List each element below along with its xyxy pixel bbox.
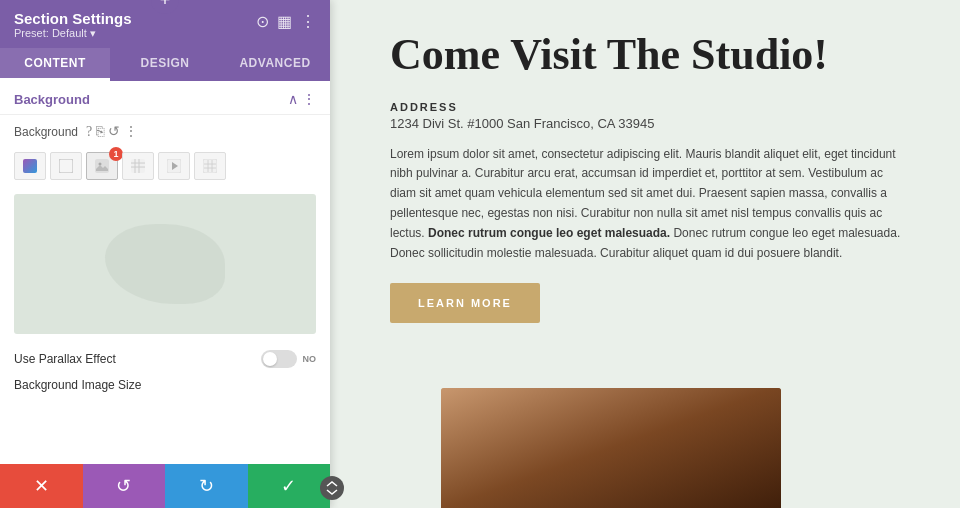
section-more-icon[interactable]: ⋮ bbox=[302, 91, 316, 108]
panel-header-left: Section Settings Preset: Default ▾ bbox=[14, 10, 132, 40]
panel-tabs: Content Design Advanced bbox=[0, 48, 330, 81]
cancel-icon: ✕ bbox=[34, 475, 49, 497]
undo-icon: ↺ bbox=[116, 475, 131, 497]
parallax-label: Use Parallax Effect bbox=[14, 352, 116, 366]
svg-rect-11 bbox=[203, 159, 217, 173]
redo-icon: ↻ bbox=[199, 475, 214, 497]
address-section: ADDRESS 1234 Divi St. #1000 San Francisc… bbox=[390, 101, 910, 131]
confirm-button[interactable]: ✓ bbox=[248, 464, 331, 508]
svg-rect-1 bbox=[59, 159, 73, 173]
more-icon[interactable]: ⋮ bbox=[300, 12, 316, 31]
bg-map-btn[interactable] bbox=[194, 152, 226, 180]
bottom-image-inner bbox=[441, 388, 781, 508]
body-text: Lorem ipsum dolor sit amet, consectetur … bbox=[390, 145, 910, 264]
background-type-row: 1 bbox=[0, 148, 330, 188]
undo-button[interactable]: ↺ bbox=[83, 464, 166, 508]
address-value: 1234 Divi St. #1000 San Francisco, CA 33… bbox=[390, 116, 910, 131]
parallax-toggle-wrap: NO bbox=[261, 350, 317, 368]
grid-icon[interactable]: ▦ bbox=[277, 12, 292, 31]
action-bar: ✕ ↺ ↻ ✓ bbox=[0, 464, 330, 508]
bg-blob bbox=[105, 224, 225, 304]
view-icon[interactable]: ⊙ bbox=[256, 12, 269, 31]
copy-icon[interactable]: ⎘ bbox=[96, 124, 104, 140]
background-section-title: Background bbox=[14, 92, 90, 107]
redo-button[interactable]: ↻ bbox=[165, 464, 248, 508]
bottom-image bbox=[441, 388, 781, 508]
reset-icon[interactable]: ↺ bbox=[108, 123, 120, 140]
tab-advanced[interactable]: Advanced bbox=[220, 48, 330, 81]
background-icons: ? ⎘ ↺ ⋮ bbox=[86, 123, 138, 140]
confirm-icon: ✓ bbox=[281, 475, 296, 497]
bg-more-icon[interactable]: ⋮ bbox=[124, 123, 138, 140]
bg-pattern-btn[interactable] bbox=[122, 152, 154, 180]
settings-panel: + Section Settings Preset: Default ▾ ⊙ ▦… bbox=[0, 0, 330, 508]
panel-title: Section Settings bbox=[14, 10, 132, 27]
parallax-toggle[interactable] bbox=[261, 350, 297, 368]
cancel-button[interactable]: ✕ bbox=[0, 464, 83, 508]
preset-label[interactable]: Preset: Default ▾ bbox=[14, 27, 132, 40]
panel-body: Background ∧ ⋮ Background ? ⎘ ↺ ⋮ bbox=[0, 81, 330, 464]
svg-rect-4 bbox=[131, 159, 145, 173]
bg-preview-inner bbox=[14, 194, 316, 334]
page-title: Come Visit The Studio! bbox=[390, 30, 910, 81]
panel-header-actions: ⊙ ▦ ⋮ bbox=[256, 12, 316, 31]
background-preview bbox=[14, 194, 316, 334]
collapse-icon[interactable]: ∧ bbox=[288, 91, 298, 108]
address-label: ADDRESS bbox=[390, 101, 910, 113]
tab-design[interactable]: Design bbox=[110, 48, 220, 81]
bg-image-btn[interactable]: 1 bbox=[86, 152, 118, 180]
drag-handle[interactable] bbox=[320, 476, 344, 500]
section-header-icons: ∧ ⋮ bbox=[288, 91, 316, 108]
background-label: Background bbox=[14, 125, 78, 139]
parallax-toggle-label: NO bbox=[303, 354, 317, 364]
bg-image-size-label: Background Image Size bbox=[0, 374, 330, 394]
bg-none-btn[interactable] bbox=[50, 152, 82, 180]
background-section-header: Background ∧ ⋮ bbox=[0, 81, 330, 115]
question-icon[interactable]: ? bbox=[86, 124, 92, 140]
svg-rect-0 bbox=[23, 159, 37, 173]
learn-more-button[interactable]: LEARN MORE bbox=[390, 283, 540, 323]
background-row: Background ? ⎘ ↺ ⋮ bbox=[0, 115, 330, 148]
tab-content[interactable]: Content bbox=[0, 48, 110, 81]
bg-gradient-btn[interactable] bbox=[14, 152, 46, 180]
badge-number: 1 bbox=[109, 147, 123, 161]
parallax-row: Use Parallax Effect NO bbox=[0, 340, 330, 374]
main-content: Come Visit The Studio! ADDRESS 1234 Divi… bbox=[330, 0, 960, 508]
bg-video-btn[interactable] bbox=[158, 152, 190, 180]
